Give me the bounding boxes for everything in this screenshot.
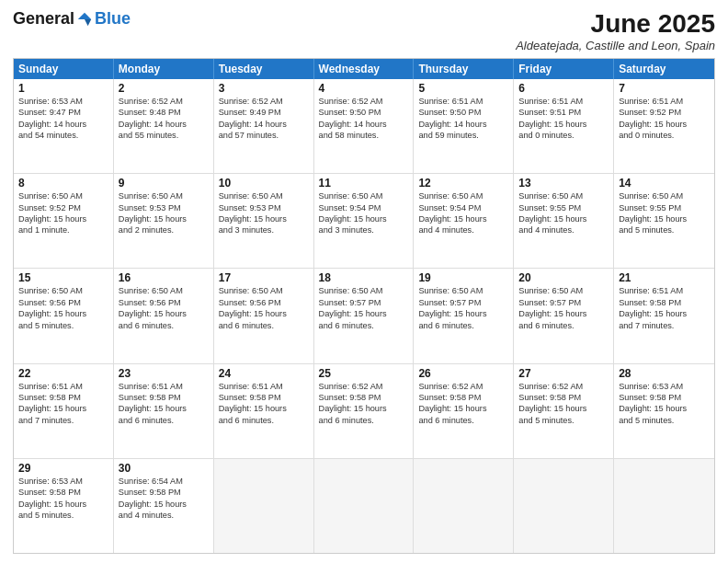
- calendar-cell: 17Sunrise: 6:50 AM Sunset: 9:56 PM Dayli…: [214, 269, 314, 362]
- calendar-cell: 15Sunrise: 6:50 AM Sunset: 9:56 PM Dayli…: [14, 269, 114, 362]
- cell-info: Sunrise: 6:51 AM Sunset: 9:58 PM Dayligh…: [18, 381, 108, 427]
- day-number: 6: [518, 82, 609, 95]
- cell-info: Sunrise: 6:51 AM Sunset: 9:51 PM Dayligh…: [518, 96, 609, 142]
- svg-marker-1: [85, 19, 91, 26]
- calendar-cell: 22Sunrise: 6:51 AM Sunset: 9:58 PM Dayli…: [14, 364, 114, 458]
- calendar-cell: 2Sunrise: 6:52 AM Sunset: 9:48 PM Daylig…: [114, 79, 214, 173]
- calendar-cell: [414, 459, 514, 553]
- calendar-header-day: Thursday: [414, 59, 514, 79]
- cell-info: Sunrise: 6:50 AM Sunset: 9:55 PM Dayligh…: [619, 190, 710, 236]
- calendar-cell: 27Sunrise: 6:52 AM Sunset: 9:58 PM Dayli…: [514, 364, 614, 458]
- page-title: June 2025: [516, 9, 715, 39]
- header-right: June 2025 Aldeatejada, Castille and Leon…: [516, 9, 715, 52]
- day-number: 14: [619, 177, 710, 190]
- cell-info: Sunrise: 6:52 AM Sunset: 9:49 PM Dayligh…: [219, 96, 309, 142]
- day-number: 16: [119, 271, 209, 284]
- day-number: 18: [319, 271, 409, 284]
- cell-info: Sunrise: 6:50 AM Sunset: 9:54 PM Dayligh…: [418, 190, 508, 236]
- day-number: 10: [219, 177, 309, 190]
- cell-info: Sunrise: 6:51 AM Sunset: 9:58 PM Dayligh…: [119, 381, 209, 427]
- day-number: 17: [219, 271, 309, 284]
- calendar-cell: 28Sunrise: 6:53 AM Sunset: 9:58 PM Dayli…: [614, 364, 714, 458]
- cell-info: Sunrise: 6:51 AM Sunset: 9:50 PM Dayligh…: [418, 96, 508, 142]
- cell-info: Sunrise: 6:50 AM Sunset: 9:57 PM Dayligh…: [319, 285, 409, 331]
- day-number: 19: [418, 271, 508, 284]
- cell-info: Sunrise: 6:52 AM Sunset: 9:58 PM Dayligh…: [518, 381, 609, 427]
- header: General Blue June 2025 Aldeatejada, Cast…: [13, 9, 715, 52]
- day-number: 9: [119, 177, 209, 190]
- day-number: 3: [219, 82, 309, 95]
- cell-info: Sunrise: 6:50 AM Sunset: 9:53 PM Dayligh…: [219, 190, 309, 236]
- logo-icon: [76, 11, 93, 28]
- cell-info: Sunrise: 6:51 AM Sunset: 9:52 PM Dayligh…: [619, 96, 710, 142]
- calendar-cell: 23Sunrise: 6:51 AM Sunset: 9:58 PM Dayli…: [114, 364, 214, 458]
- cell-info: Sunrise: 6:50 AM Sunset: 9:52 PM Dayligh…: [18, 190, 108, 236]
- cell-info: Sunrise: 6:51 AM Sunset: 9:58 PM Dayligh…: [219, 381, 309, 427]
- logo: General Blue: [13, 9, 131, 29]
- calendar-cell: 6Sunrise: 6:51 AM Sunset: 9:51 PM Daylig…: [514, 79, 614, 173]
- day-number: 22: [18, 367, 108, 380]
- calendar-header-day: Saturday: [614, 59, 714, 79]
- day-number: 4: [319, 82, 409, 95]
- calendar-header-day: Tuesday: [214, 59, 314, 79]
- day-number: 15: [18, 271, 108, 284]
- day-number: 13: [518, 177, 609, 190]
- calendar-row: 15Sunrise: 6:50 AM Sunset: 9:56 PM Dayli…: [14, 268, 714, 362]
- calendar-cell: 9Sunrise: 6:50 AM Sunset: 9:53 PM Daylig…: [114, 174, 214, 268]
- logo-blue: Blue: [95, 9, 131, 29]
- calendar-cell: 8Sunrise: 6:50 AM Sunset: 9:52 PM Daylig…: [14, 174, 114, 268]
- cell-info: Sunrise: 6:50 AM Sunset: 9:55 PM Dayligh…: [518, 190, 609, 236]
- calendar-cell: 21Sunrise: 6:51 AM Sunset: 9:58 PM Dayli…: [614, 269, 714, 362]
- cell-info: Sunrise: 6:52 AM Sunset: 9:48 PM Dayligh…: [119, 96, 209, 142]
- calendar-header-day: Sunday: [14, 59, 114, 79]
- calendar-cell: 7Sunrise: 6:51 AM Sunset: 9:52 PM Daylig…: [614, 79, 714, 173]
- cell-info: Sunrise: 6:50 AM Sunset: 9:56 PM Dayligh…: [219, 285, 309, 331]
- calendar-cell: 13Sunrise: 6:50 AM Sunset: 9:55 PM Dayli…: [514, 174, 614, 268]
- calendar-cell: [614, 459, 714, 553]
- calendar-cell: 20Sunrise: 6:50 AM Sunset: 9:57 PM Dayli…: [514, 269, 614, 362]
- calendar-cell: 16Sunrise: 6:50 AM Sunset: 9:56 PM Dayli…: [114, 269, 214, 362]
- calendar-header-day: Friday: [514, 59, 614, 79]
- cell-info: Sunrise: 6:51 AM Sunset: 9:58 PM Dayligh…: [619, 285, 710, 331]
- calendar-cell: 11Sunrise: 6:50 AM Sunset: 9:54 PM Dayli…: [314, 174, 415, 268]
- calendar: SundayMondayTuesdayWednesdayThursdayFrid…: [13, 58, 715, 554]
- calendar-cell: 5Sunrise: 6:51 AM Sunset: 9:50 PM Daylig…: [414, 79, 514, 173]
- page: General Blue June 2025 Aldeatejada, Cast…: [0, 0, 728, 563]
- day-number: 24: [219, 367, 309, 380]
- calendar-cell: 1Sunrise: 6:53 AM Sunset: 9:47 PM Daylig…: [14, 79, 114, 173]
- calendar-cell: 19Sunrise: 6:50 AM Sunset: 9:57 PM Dayli…: [414, 269, 514, 362]
- calendar-cell: 3Sunrise: 6:52 AM Sunset: 9:49 PM Daylig…: [214, 79, 314, 173]
- calendar-cell: 26Sunrise: 6:52 AM Sunset: 9:58 PM Dayli…: [414, 364, 514, 458]
- calendar-cell: 18Sunrise: 6:50 AM Sunset: 9:57 PM Dayli…: [314, 269, 415, 362]
- calendar-cell: 25Sunrise: 6:52 AM Sunset: 9:58 PM Dayli…: [314, 364, 415, 458]
- day-number: 28: [619, 367, 710, 380]
- cell-info: Sunrise: 6:50 AM Sunset: 9:54 PM Dayligh…: [319, 190, 409, 236]
- day-number: 11: [319, 177, 409, 190]
- day-number: 12: [418, 177, 508, 190]
- day-number: 27: [518, 367, 609, 380]
- cell-info: Sunrise: 6:53 AM Sunset: 9:47 PM Dayligh…: [18, 96, 108, 142]
- calendar-cell: 10Sunrise: 6:50 AM Sunset: 9:53 PM Dayli…: [214, 174, 314, 268]
- calendar-cell: 29Sunrise: 6:53 AM Sunset: 9:58 PM Dayli…: [14, 459, 114, 553]
- day-number: 1: [18, 82, 108, 95]
- cell-info: Sunrise: 6:52 AM Sunset: 9:50 PM Dayligh…: [319, 96, 409, 142]
- logo-general: General: [13, 9, 74, 29]
- day-number: 2: [119, 82, 209, 95]
- day-number: 30: [119, 462, 209, 475]
- logo-text: General Blue: [13, 9, 131, 29]
- cell-info: Sunrise: 6:53 AM Sunset: 9:58 PM Dayligh…: [619, 381, 710, 427]
- cell-info: Sunrise: 6:50 AM Sunset: 9:56 PM Dayligh…: [18, 285, 108, 331]
- cell-info: Sunrise: 6:50 AM Sunset: 9:53 PM Dayligh…: [119, 190, 209, 236]
- calendar-row: 29Sunrise: 6:53 AM Sunset: 9:58 PM Dayli…: [14, 458, 714, 553]
- calendar-header: SundayMondayTuesdayWednesdayThursdayFrid…: [14, 59, 714, 79]
- calendar-header-day: Monday: [114, 59, 214, 79]
- cell-info: Sunrise: 6:53 AM Sunset: 9:58 PM Dayligh…: [18, 476, 108, 522]
- cell-info: Sunrise: 6:50 AM Sunset: 9:57 PM Dayligh…: [518, 285, 609, 331]
- day-number: 29: [18, 462, 108, 475]
- day-number: 26: [418, 367, 508, 380]
- calendar-row: 8Sunrise: 6:50 AM Sunset: 9:52 PM Daylig…: [14, 173, 714, 268]
- cell-info: Sunrise: 6:50 AM Sunset: 9:57 PM Dayligh…: [418, 285, 508, 331]
- day-number: 20: [518, 271, 609, 284]
- calendar-body: 1Sunrise: 6:53 AM Sunset: 9:47 PM Daylig…: [14, 79, 714, 553]
- cell-info: Sunrise: 6:52 AM Sunset: 9:58 PM Dayligh…: [319, 381, 409, 427]
